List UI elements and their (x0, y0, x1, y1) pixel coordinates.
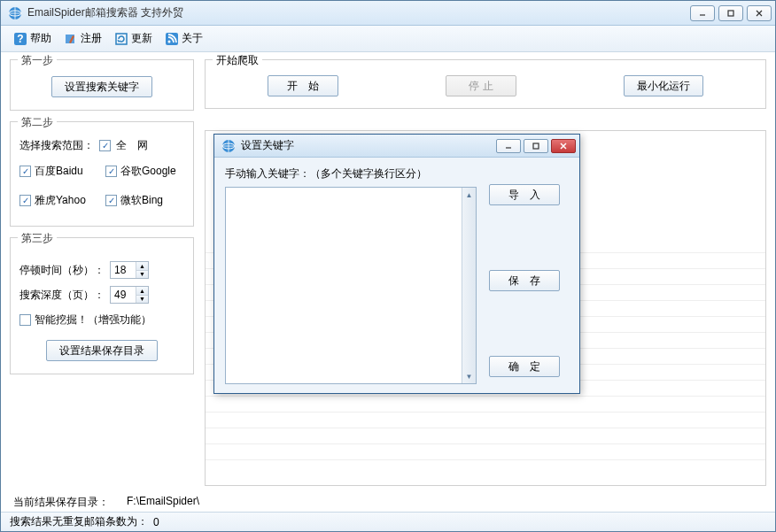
scroll-up-icon[interactable]: ▲ (462, 188, 476, 202)
textarea-scrollbar[interactable]: ▲ ▼ (462, 188, 476, 383)
close-button[interactable] (747, 5, 772, 21)
pause-time-input[interactable] (111, 262, 136, 278)
smart-dig-label: 智能挖掘！（增强功能） (35, 312, 151, 328)
toolbar: ? 帮助 注册 更新 关于 (1, 26, 775, 52)
crawl-group: 开始爬取 开 始 停 止 最小化运行 (205, 59, 766, 109)
maximize-button[interactable] (718, 5, 743, 21)
checkbox-allnet-label: 全 网 (116, 138, 148, 153)
set-result-dir-button[interactable]: 设置结果保存目录 (46, 340, 158, 361)
search-depth-input[interactable] (111, 287, 136, 303)
left-column: 第一步 设置搜索关键字 第二步 选择搜索范围： 全 网 百度Baidu 谷歌Go… (10, 59, 194, 486)
window-title: EmailSpider邮箱搜索器 支持外贸 (27, 5, 690, 20)
toolbar-help-label: 帮助 (30, 31, 51, 46)
pause-up[interactable]: ▲ (136, 262, 148, 271)
step1-group: 第一步 设置搜索关键字 (10, 59, 194, 111)
step3-legend: 第三步 (18, 231, 57, 246)
keywords-textarea[interactable] (226, 188, 462, 383)
save-dir-value: F:\EmailSpider\ (127, 495, 199, 510)
dialog-title: 设置关键字 (241, 138, 496, 153)
pause-down[interactable]: ▼ (136, 271, 148, 279)
rss-icon (165, 32, 179, 46)
svg-text:?: ? (17, 33, 23, 45)
import-button[interactable]: 导 入 (489, 184, 560, 205)
checkbox-allnet[interactable] (99, 140, 111, 151)
crawl-legend: 开始爬取 (213, 53, 262, 68)
toolbar-update[interactable]: 更新 (109, 29, 158, 48)
dialog-minimize-button[interactable] (496, 139, 521, 153)
pause-time-label: 停顿时间（秒）： (19, 263, 105, 278)
status-count: 0 (153, 516, 159, 528)
step2-group: 第二步 选择搜索范围： 全 网 百度Baidu 谷歌Google 雅虎Yahoo… (10, 121, 194, 227)
svg-rect-3 (728, 11, 733, 16)
toolbar-register[interactable]: 注册 (58, 29, 107, 48)
depth-down[interactable]: ▼ (136, 296, 148, 304)
titlebar: EmailSpider邮箱搜索器 支持外贸 (1, 1, 775, 26)
step1-legend: 第一步 (18, 53, 57, 68)
search-range-label: 选择搜索范围： (19, 138, 94, 153)
set-keywords-button[interactable]: 设置搜索关键字 (51, 76, 152, 97)
depth-up[interactable]: ▲ (136, 287, 148, 296)
step2-legend: 第二步 (18, 115, 57, 130)
app-icon (8, 6, 22, 20)
scroll-down-icon[interactable]: ▼ (462, 369, 476, 383)
step3-group: 第三步 停顿时间（秒）： ▲▼ 搜索深度（页）： ▲▼ (10, 237, 194, 374)
checkbox-yahoo-label: 雅虎Yahoo (35, 193, 86, 208)
toolbar-about-label: 关于 (182, 31, 203, 46)
dialog-body: 手动输入关键字：（多个关键字换行区分） ▲ ▼ 导 入 保 存 确 定 (214, 158, 579, 393)
checkbox-baidu[interactable] (19, 166, 31, 177)
toolbar-update-label: 更新 (131, 31, 152, 46)
dialog-close-button[interactable] (551, 139, 576, 153)
minimize-run-button[interactable]: 最小化运行 (624, 75, 703, 96)
checkbox-baidu-label: 百度Baidu (35, 164, 83, 179)
checkbox-bing[interactable] (105, 195, 117, 206)
toolbar-help[interactable]: ? 帮助 (8, 29, 57, 48)
status-label: 搜索结果无重复邮箱条数为： (10, 514, 148, 529)
checkbox-google-label: 谷歌Google (120, 164, 176, 179)
svg-rect-13 (533, 143, 539, 149)
pause-time-spinner[interactable]: ▲▼ (110, 261, 149, 279)
save-button[interactable]: 保 存 (489, 270, 560, 291)
toolbar-register-label: 注册 (81, 31, 102, 46)
statusbar: 搜索结果无重复邮箱条数为： 0 (1, 512, 775, 531)
save-dir-label: 当前结果保存目录： (13, 495, 109, 510)
dialog-maximize-button[interactable] (524, 139, 548, 153)
checkbox-smart-dig[interactable] (19, 314, 31, 326)
checkbox-google[interactable] (105, 166, 117, 177)
dialog-app-icon (221, 139, 236, 153)
checkbox-yahoo[interactable] (19, 195, 31, 206)
register-icon (64, 32, 78, 46)
start-button[interactable]: 开 始 (268, 75, 338, 96)
help-icon: ? (13, 32, 27, 46)
toolbar-about[interactable]: 关于 (159, 29, 208, 48)
svg-point-9 (168, 40, 171, 42)
ok-button[interactable]: 确 定 (489, 356, 560, 377)
svg-rect-7 (116, 34, 127, 44)
search-depth-spinner[interactable]: ▲▼ (110, 286, 149, 304)
dialog-input-label: 手动输入关键字：（多个关键字换行区分） (225, 166, 477, 181)
stop-button[interactable]: 停 止 (446, 75, 516, 96)
checkbox-bing-label: 微软Bing (120, 193, 163, 208)
update-icon (114, 32, 128, 46)
dialog-titlebar: 设置关键字 (214, 135, 579, 158)
minimize-button[interactable] (690, 5, 715, 21)
bottom-info: 当前结果保存目录： F:\EmailSpider\ (1, 486, 775, 512)
keywords-dialog: 设置关键字 手动输入关键字：（多个关键字换行区分） ▲ ▼ 导 入 保 存 确 … (213, 134, 580, 394)
search-depth-label: 搜索深度（页）： (19, 288, 105, 303)
